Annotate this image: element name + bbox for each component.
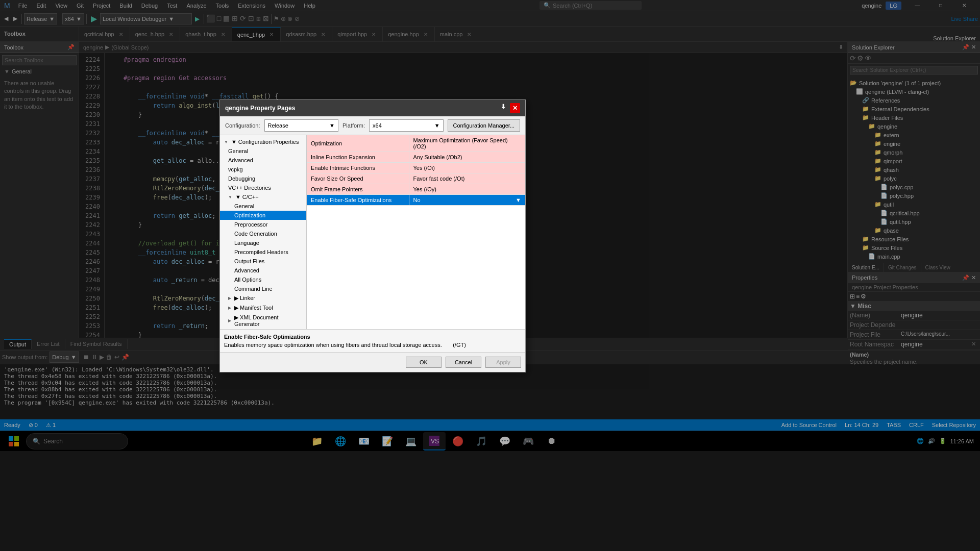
tree-command-line[interactable]: Command Line: [220, 284, 306, 293]
tree-all-options[interactable]: All Options: [220, 275, 306, 284]
desc-text: Enables memory space optimization when u…: [224, 342, 521, 348]
dialog-title: qengine Property Pages ⬇ ✕: [220, 100, 525, 116]
tree-preprocessor[interactable]: Preprocessor: [220, 220, 306, 229]
apply-button[interactable]: Apply: [485, 357, 521, 368]
settings-row-favor[interactable]: Favor Size Or Speed Favor fast code (/Ot…: [307, 173, 525, 184]
tree-general[interactable]: General: [220, 146, 306, 156]
dialog-config-row: Configuration: Release ▼ Platform: x64 ▼…: [220, 116, 525, 135]
settings-row-frame-pointers[interactable]: Omit Frame Pointers Yes (/Oy): [307, 184, 525, 195]
tree-cpp-advanced[interactable]: Advanced: [220, 266, 306, 275]
dialog-collapse[interactable]: ⬇: [499, 103, 508, 113]
dialog-settings: Optimization Maximum Optimization (Favor…: [307, 135, 525, 329]
dialog-close[interactable]: ✕: [510, 103, 520, 113]
desc-title: Enable Fiber-Safe Optimizations: [224, 334, 521, 340]
tree-xml[interactable]: ▶ XML Document Generator: [220, 313, 306, 329]
settings-row-intrinsic[interactable]: Enable Intrinsic Functions Yes (/Oi): [307, 163, 525, 173]
tree-vcpkg[interactable]: vcpkg: [220, 165, 306, 174]
config-manager-button[interactable]: Configuration Manager...: [448, 119, 520, 132]
modal-overlay: qengine Property Pages ⬇ ✕ Configuration…: [0, 0, 980, 551]
settings-row-fiber[interactable]: Enable Fiber-Safe Optimizations No ▼: [307, 195, 525, 206]
dialog-buttons: OK Cancel Apply: [220, 352, 525, 372]
tree-config-props[interactable]: ▼ Configuration Properties: [220, 137, 306, 146]
settings-row-inline[interactable]: Inline Function Expansion Any Suitable (…: [307, 152, 525, 163]
config-select[interactable]: Release ▼: [264, 119, 339, 132]
platform-select[interactable]: x64 ▼: [369, 119, 444, 132]
tree-code-gen[interactable]: Code Generation: [220, 229, 306, 238]
tree-debugging[interactable]: Debugging: [220, 174, 306, 183]
tree-optimization[interactable]: Optimization: [220, 211, 306, 220]
tree-cpp-general[interactable]: General: [220, 202, 306, 211]
property-pages-dialog: qengine Property Pages ⬇ ✕ Configuration…: [219, 99, 526, 372]
settings-row-optimization[interactable]: Optimization Maximum Optimization (Favor…: [307, 135, 525, 152]
dialog-title-controls: ⬇ ✕: [499, 103, 520, 113]
tree-precompiled[interactable]: Precompiled Headers: [220, 247, 306, 257]
dialog-tree: ▼ Configuration Properties General Advan…: [220, 135, 307, 329]
tree-manifest[interactable]: ▶ Manifest Tool: [220, 303, 306, 313]
tree-vc-directories[interactable]: VC++ Directories: [220, 183, 306, 192]
dialog-body: ▼ Configuration Properties General Advan…: [220, 135, 525, 329]
tree-output-files[interactable]: Output Files: [220, 257, 306, 266]
dialog-description: Enable Fiber-Safe Optimizations Enables …: [220, 329, 525, 352]
tree-advanced[interactable]: Advanced: [220, 156, 306, 165]
cancel-button[interactable]: Cancel: [446, 357, 481, 368]
tree-cpp[interactable]: ▼ C/C++: [220, 192, 306, 202]
ok-button[interactable]: OK: [406, 357, 442, 368]
settings-table: Optimization Maximum Optimization (Favor…: [307, 135, 525, 206]
tree-browse[interactable]: ▶ Browse Information: [220, 329, 306, 329]
tree-linker[interactable]: ▶ Linker: [220, 293, 306, 303]
tree-language[interactable]: Language: [220, 238, 306, 247]
